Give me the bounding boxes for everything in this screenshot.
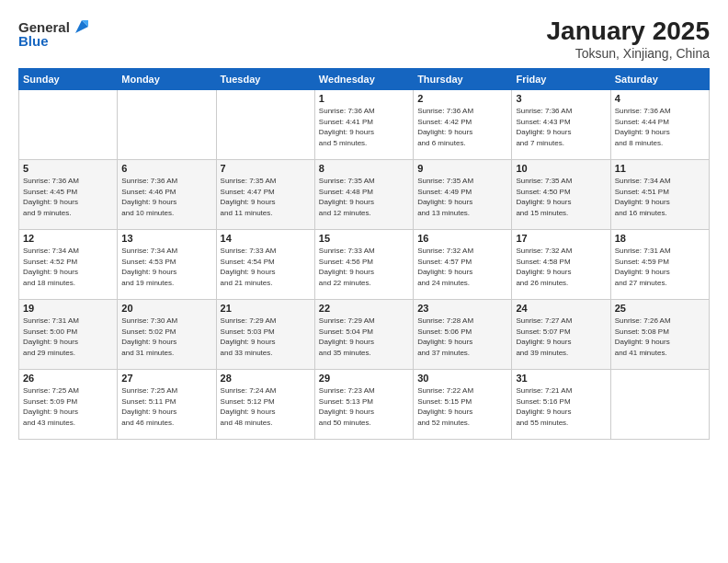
day-cell: 21Sunrise: 7:29 AM Sunset: 5:03 PM Dayli… xyxy=(216,300,314,370)
logo-general: General xyxy=(18,19,70,35)
day-cell: 17Sunrise: 7:32 AM Sunset: 4:58 PM Dayli… xyxy=(512,230,610,300)
calendar-page: General Blue January 2025 Toksun, Xinjia… xyxy=(0,0,728,563)
day-number: 22 xyxy=(319,303,409,314)
day-info: Sunrise: 7:25 AM Sunset: 5:11 PM Dayligh… xyxy=(121,385,211,428)
month-year: January 2025 xyxy=(547,17,710,46)
day-cell: 10Sunrise: 7:35 AM Sunset: 4:50 PM Dayli… xyxy=(512,160,610,230)
header-saturday: Saturday xyxy=(610,69,709,90)
day-info: Sunrise: 7:31 AM Sunset: 4:59 PM Dayligh… xyxy=(615,246,705,288)
day-number: 20 xyxy=(121,303,211,314)
day-info: Sunrise: 7:35 AM Sunset: 4:49 PM Dayligh… xyxy=(417,176,507,218)
day-cell: 15Sunrise: 7:33 AM Sunset: 4:56 PM Dayli… xyxy=(314,230,413,300)
day-number: 11 xyxy=(615,163,705,174)
header: General Blue January 2025 Toksun, Xinjia… xyxy=(18,17,710,61)
day-info: Sunrise: 7:32 AM Sunset: 4:57 PM Dayligh… xyxy=(417,246,507,288)
day-number: 5 xyxy=(23,163,113,174)
logo: General Blue xyxy=(18,17,92,49)
day-cell xyxy=(118,90,216,160)
day-cell: 18Sunrise: 7:31 AM Sunset: 4:59 PM Dayli… xyxy=(610,230,709,300)
day-number: 17 xyxy=(516,233,606,244)
title-block: January 2025 Toksun, Xinjiang, China xyxy=(547,17,710,61)
day-info: Sunrise: 7:34 AM Sunset: 4:51 PM Dayligh… xyxy=(615,176,705,218)
day-info: Sunrise: 7:26 AM Sunset: 5:08 PM Dayligh… xyxy=(615,316,705,358)
day-cell: 2Sunrise: 7:36 AM Sunset: 4:42 PM Daylig… xyxy=(414,90,512,160)
header-wednesday: Wednesday xyxy=(314,69,413,90)
day-info: Sunrise: 7:28 AM Sunset: 5:06 PM Dayligh… xyxy=(417,316,507,358)
day-info: Sunrise: 7:35 AM Sunset: 4:47 PM Dayligh… xyxy=(221,176,311,218)
day-info: Sunrise: 7:36 AM Sunset: 4:45 PM Dayligh… xyxy=(23,176,113,218)
day-number: 6 xyxy=(121,163,211,174)
day-number: 14 xyxy=(221,233,311,244)
day-number: 13 xyxy=(121,233,211,244)
header-thursday: Thursday xyxy=(414,69,512,90)
day-number: 1 xyxy=(319,93,409,104)
day-number: 12 xyxy=(23,233,113,244)
day-info: Sunrise: 7:36 AM Sunset: 4:41 PM Dayligh… xyxy=(319,106,409,148)
day-number: 24 xyxy=(516,303,606,314)
day-cell: 28Sunrise: 7:24 AM Sunset: 5:12 PM Dayli… xyxy=(216,370,314,440)
header-sunday: Sunday xyxy=(19,69,118,90)
day-info: Sunrise: 7:36 AM Sunset: 4:42 PM Dayligh… xyxy=(417,106,507,148)
day-number: 25 xyxy=(615,303,705,314)
day-number: 16 xyxy=(417,233,507,244)
day-number: 19 xyxy=(23,303,113,314)
day-info: Sunrise: 7:21 AM Sunset: 5:16 PM Dayligh… xyxy=(516,385,606,428)
day-info: Sunrise: 7:33 AM Sunset: 4:54 PM Dayligh… xyxy=(221,246,311,288)
day-cell: 9Sunrise: 7:35 AM Sunset: 4:49 PM Daylig… xyxy=(414,160,512,230)
day-cell: 24Sunrise: 7:27 AM Sunset: 5:07 PM Dayli… xyxy=(512,300,610,370)
day-number: 9 xyxy=(417,163,507,174)
day-cell: 8Sunrise: 7:35 AM Sunset: 4:48 PM Daylig… xyxy=(314,160,413,230)
day-cell: 11Sunrise: 7:34 AM Sunset: 4:51 PM Dayli… xyxy=(610,160,709,230)
logo-icon xyxy=(72,17,92,37)
day-info: Sunrise: 7:36 AM Sunset: 4:43 PM Dayligh… xyxy=(516,106,606,148)
day-info: Sunrise: 7:30 AM Sunset: 5:02 PM Dayligh… xyxy=(121,316,211,358)
day-number: 30 xyxy=(417,373,507,384)
day-cell: 23Sunrise: 7:28 AM Sunset: 5:06 PM Dayli… xyxy=(414,300,512,370)
day-info: Sunrise: 7:22 AM Sunset: 5:15 PM Dayligh… xyxy=(417,385,507,428)
day-cell: 16Sunrise: 7:32 AM Sunset: 4:57 PM Dayli… xyxy=(414,230,512,300)
day-number: 15 xyxy=(319,233,409,244)
day-info: Sunrise: 7:27 AM Sunset: 5:07 PM Dayligh… xyxy=(516,316,606,358)
week-row-2: 12Sunrise: 7:34 AM Sunset: 4:52 PM Dayli… xyxy=(19,230,710,300)
day-number: 8 xyxy=(319,163,409,174)
day-info: Sunrise: 7:35 AM Sunset: 4:50 PM Dayligh… xyxy=(516,176,606,218)
day-info: Sunrise: 7:32 AM Sunset: 4:58 PM Dayligh… xyxy=(516,246,606,288)
day-info: Sunrise: 7:24 AM Sunset: 5:12 PM Dayligh… xyxy=(221,385,311,428)
day-cell: 30Sunrise: 7:22 AM Sunset: 5:15 PM Dayli… xyxy=(414,370,512,440)
weekday-header-row: Sunday Monday Tuesday Wednesday Thursday… xyxy=(19,69,710,90)
day-cell: 5Sunrise: 7:36 AM Sunset: 4:45 PM Daylig… xyxy=(19,160,118,230)
day-number: 21 xyxy=(221,303,311,314)
header-friday: Friday xyxy=(512,69,610,90)
day-number: 18 xyxy=(615,233,705,244)
day-cell: 7Sunrise: 7:35 AM Sunset: 4:47 PM Daylig… xyxy=(216,160,314,230)
day-info: Sunrise: 7:34 AM Sunset: 4:53 PM Dayligh… xyxy=(121,246,211,288)
day-number: 27 xyxy=(121,373,211,384)
calendar-table: Sunday Monday Tuesday Wednesday Thursday… xyxy=(18,68,710,440)
day-info: Sunrise: 7:34 AM Sunset: 4:52 PM Dayligh… xyxy=(23,246,113,288)
logo-blue: Blue xyxy=(18,33,49,49)
week-row-3: 19Sunrise: 7:31 AM Sunset: 5:00 PM Dayli… xyxy=(19,300,710,370)
day-info: Sunrise: 7:29 AM Sunset: 5:04 PM Dayligh… xyxy=(319,316,409,358)
day-cell: 6Sunrise: 7:36 AM Sunset: 4:46 PM Daylig… xyxy=(118,160,216,230)
day-cell: 13Sunrise: 7:34 AM Sunset: 4:53 PM Dayli… xyxy=(118,230,216,300)
day-info: Sunrise: 7:36 AM Sunset: 4:46 PM Dayligh… xyxy=(121,176,211,218)
day-cell: 31Sunrise: 7:21 AM Sunset: 5:16 PM Dayli… xyxy=(512,370,610,440)
day-info: Sunrise: 7:36 AM Sunset: 4:44 PM Dayligh… xyxy=(615,106,705,148)
day-cell: 29Sunrise: 7:23 AM Sunset: 5:13 PM Dayli… xyxy=(314,370,413,440)
day-number: 26 xyxy=(23,373,113,384)
week-row-0: 1Sunrise: 7:36 AM Sunset: 4:41 PM Daylig… xyxy=(19,90,710,160)
day-info: Sunrise: 7:31 AM Sunset: 5:00 PM Dayligh… xyxy=(23,316,113,358)
day-cell: 19Sunrise: 7:31 AM Sunset: 5:00 PM Dayli… xyxy=(19,300,118,370)
day-cell: 3Sunrise: 7:36 AM Sunset: 4:43 PM Daylig… xyxy=(512,90,610,160)
day-number: 7 xyxy=(221,163,311,174)
day-cell xyxy=(610,370,709,440)
day-number: 29 xyxy=(319,373,409,384)
day-number: 23 xyxy=(417,303,507,314)
week-row-1: 5Sunrise: 7:36 AM Sunset: 4:45 PM Daylig… xyxy=(19,160,710,230)
day-cell: 1Sunrise: 7:36 AM Sunset: 4:41 PM Daylig… xyxy=(314,90,413,160)
day-number: 2 xyxy=(417,93,507,104)
day-info: Sunrise: 7:29 AM Sunset: 5:03 PM Dayligh… xyxy=(221,316,311,358)
day-cell xyxy=(19,90,118,160)
day-cell: 4Sunrise: 7:36 AM Sunset: 4:44 PM Daylig… xyxy=(610,90,709,160)
day-info: Sunrise: 7:35 AM Sunset: 4:48 PM Dayligh… xyxy=(319,176,409,218)
